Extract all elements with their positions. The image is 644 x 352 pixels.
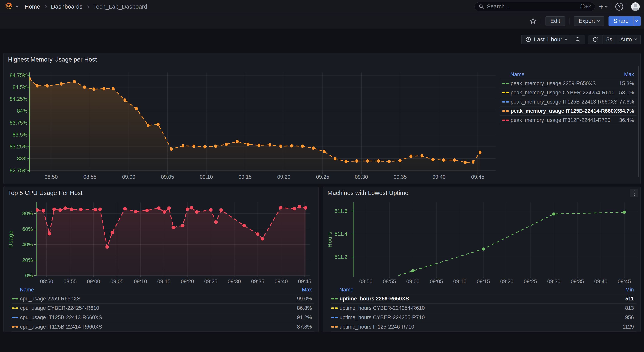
legend-header-max[interactable]: Max [302, 287, 314, 293]
series-name: cpu_usage IT125B-22414-R660XS [20, 324, 102, 330]
legend-row[interactable]: peak_memory_usage IT125B-22413-R660XS77.… [500, 97, 636, 106]
legend-row[interactable]: cpu_usage IT125B-22414-R660XS87.8% [12, 322, 314, 332]
series-name: cpu_usage 2259-R650XS [20, 296, 80, 302]
svg-text:09:40: 09:40 [432, 174, 446, 180]
series-value: 91.2% [297, 314, 314, 320]
svg-text:09:05: 09:05 [430, 279, 443, 284]
memory-legend: Name Max peak_memory_usage 2259-R650XS15… [500, 70, 636, 125]
svg-text:09:25: 09:25 [316, 174, 329, 180]
series-swatch-icon [502, 83, 509, 84]
svg-text:09:40: 09:40 [274, 279, 288, 284]
series-name: peak_memory_usage IT312P-22441-R720 [510, 117, 610, 123]
legend-row[interactable]: uptime_hours CYBER-224254-R610813 [331, 303, 636, 313]
svg-text:09:10: 09:10 [453, 279, 466, 284]
svg-text:84.25%: 84.25% [10, 96, 28, 102]
svg-text:09:30: 09:30 [228, 279, 241, 284]
svg-text:08:50: 08:50 [40, 279, 53, 284]
series-value: 956 [625, 314, 636, 320]
svg-text:09:45: 09:45 [471, 174, 484, 180]
svg-text:09:45: 09:45 [618, 279, 631, 284]
svg-text:09:25: 09:25 [524, 279, 537, 284]
svg-text:09:35: 09:35 [394, 174, 407, 180]
svg-text:09:10: 09:10 [200, 174, 213, 180]
svg-text:511.6: 511.6 [334, 208, 347, 214]
star-button[interactable] [529, 17, 537, 25]
legend-header-name[interactable]: Name [339, 287, 354, 293]
legend-row[interactable]: peak_memory_usage 2259-R650XS15.3% [500, 79, 636, 88]
user-avatar[interactable] [631, 2, 640, 11]
cpu-legend: Name Max cpu_usage 2259-R650XS99.0%cpu_u… [12, 286, 314, 332]
svg-text:09:15: 09:15 [238, 174, 252, 180]
svg-text:08:50: 08:50 [45, 174, 58, 180]
breadcrumb: Home Dashboards Tech_Lab_Dasboard [24, 3, 147, 10]
svg-text:09:10: 09:10 [134, 279, 147, 284]
series-value: 86.8% [297, 305, 314, 311]
breadcrumb-separator-icon [44, 5, 47, 9]
org-switcher-chevron-icon[interactable] [16, 5, 18, 8]
series-name: peak_memory_usage IT125B-22413-R660XS [510, 99, 618, 105]
legend-row[interactable]: peak_memory_usage IT125B-22414-R660XS84.… [500, 106, 636, 116]
legend-header-name[interactable]: Name [20, 287, 34, 293]
series-name: peak_memory_usage IT125B-22414-R660XS [510, 108, 619, 114]
breadcrumb-dashboards[interactable]: Dashboards [51, 3, 82, 10]
grafana-logo-icon[interactable] [4, 2, 13, 12]
series-swatch-icon [331, 317, 338, 318]
legend-row[interactable]: cpu_usage CYBER-224254-R61086.8% [12, 303, 314, 313]
legend-header-name[interactable]: Name [510, 72, 524, 78]
grafana-dashboard: Home Dashboards Tech_Lab_Dasboard Search… [0, 0, 644, 352]
add-new-button[interactable]: + [599, 3, 607, 11]
time-range-picker[interactable]: Last 1 hour [522, 35, 571, 44]
series-name: peak_memory_usage 2259-R650XS [510, 80, 596, 87]
svg-text:60%: 60% [22, 226, 33, 232]
svg-text:09:20: 09:20 [500, 279, 514, 284]
edit-button[interactable]: Edit [546, 17, 565, 26]
search-input[interactable]: Search... ⌘+k [474, 2, 595, 11]
svg-text:09:35: 09:35 [251, 279, 264, 284]
legend-row[interactable]: peak_memory_usage CYBER-224254-R61053.1% [500, 88, 636, 97]
legend-header-min[interactable]: Min [625, 287, 636, 293]
share-options-button[interactable] [634, 17, 641, 26]
legend-scrollbar[interactable] [638, 66, 639, 177]
refresh-icon [592, 36, 598, 43]
legend-row[interactable]: uptime_hours CYBER-224255-R710956 [331, 313, 636, 322]
legend-row[interactable]: uptime_hours IT125-2246-R7101129 [331, 322, 636, 332]
svg-text:08:50: 08:50 [359, 279, 372, 284]
search-shortcut: ⌘+k [580, 4, 591, 10]
clock-icon [526, 37, 531, 42]
legend-row[interactable]: cpu_usage IT125B-22413-R660XS91.2% [12, 313, 314, 322]
series-swatch-icon [12, 326, 18, 327]
svg-text:08:55: 08:55 [64, 279, 77, 284]
uptime-legend: Name Min uptime_hours 2259-R650XS511upti… [331, 286, 636, 332]
series-swatch-icon [331, 326, 338, 327]
svg-text:08:55: 08:55 [383, 279, 396, 284]
zoom-out-button[interactable] [571, 35, 585, 44]
breadcrumb-home[interactable]: Home [24, 3, 40, 10]
series-name: peak_memory_usage CYBER-224254-R610 [510, 90, 614, 96]
legend-row[interactable]: peak_memory_usage IT312P-22441-R72036.4% [500, 116, 636, 125]
svg-text:09:35: 09:35 [571, 279, 584, 284]
legend-header-max[interactable]: Max [624, 72, 636, 78]
export-button[interactable]: Export [574, 17, 604, 26]
help-button[interactable]: ? [615, 3, 623, 11]
svg-text:511.4: 511.4 [334, 231, 347, 237]
avatar-person-icon [634, 4, 637, 7]
refresh-button[interactable] [588, 35, 602, 44]
series-swatch-icon [12, 298, 18, 299]
refresh-interval-picker[interactable]: Auto [616, 35, 640, 44]
series-name: uptime_hours CYBER-224254-R610 [340, 305, 425, 311]
series-value: 87.8% [297, 324, 314, 330]
search-placeholder: Search... [487, 3, 510, 10]
legend-row[interactable]: uptime_hours 2259-R650XS511 [331, 294, 636, 303]
series-swatch-icon [502, 101, 509, 103]
legend-row[interactable]: cpu_usage 2259-R650XS99.0% [12, 294, 314, 303]
series-swatch-icon [502, 120, 509, 121]
svg-text:09:40: 09:40 [594, 279, 608, 284]
series-swatch-icon [502, 92, 509, 93]
series-swatch-icon [12, 317, 18, 318]
refresh-interval-value[interactable]: 5s [602, 35, 616, 44]
series-value: 53.1% [619, 90, 636, 96]
svg-text:09:05: 09:05 [161, 174, 174, 180]
share-button[interactable]: Share [608, 17, 634, 26]
svg-text:40%: 40% [22, 242, 33, 248]
svg-text:09:30: 09:30 [547, 279, 560, 284]
